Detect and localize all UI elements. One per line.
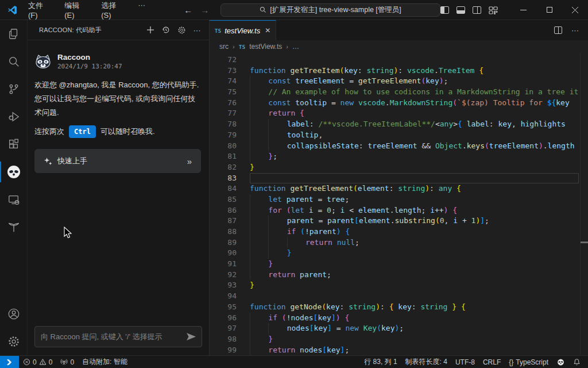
sidebar-title: RACCOON: 代码助手 (39, 26, 102, 34)
line-number[interactable]: 73 (210, 66, 237, 76)
notifications-bell-icon[interactable] (569, 358, 585, 366)
line-number[interactable]: 76 (210, 98, 237, 109)
ctrl-key-badge: Ctrl (69, 125, 96, 138)
line-number[interactable]: 92 (210, 270, 237, 281)
line-number[interactable]: 87 (210, 216, 237, 227)
raccoon-status-icon[interactable] (552, 358, 569, 366)
code-line: 92 return parent; (210, 270, 588, 281)
tab-testview[interactable]: TS testView.ts ✕ (210, 20, 276, 40)
breadcrumb-more[interactable]: … (292, 43, 299, 51)
line-number[interactable]: 82 (210, 162, 237, 173)
remote-indicator[interactable] (0, 356, 19, 368)
line-number[interactable]: 72 (210, 55, 237, 66)
language-mode[interactable]: {} TypeScript (505, 358, 552, 366)
eol-setting[interactable]: CRLF (479, 358, 505, 366)
problems-indicator[interactable]: 0 0 (19, 356, 56, 368)
more-actions-icon[interactable]: ··· (191, 24, 203, 36)
line-number[interactable]: 95 (210, 302, 237, 313)
toggle-secondary-sidebar-icon[interactable] (473, 6, 481, 14)
line-number[interactable]: 85 (210, 194, 237, 205)
extensions-icon[interactable] (0, 131, 28, 158)
vscode-logo-icon (7, 5, 17, 15)
new-chat-icon[interactable] (144, 24, 157, 36)
overview-ruler-mark (581, 241, 588, 243)
line-number[interactable]: 98 (210, 334, 237, 345)
line-number[interactable]: 79 (210, 130, 237, 141)
line-number[interactable]: 81 (210, 151, 237, 162)
auto-attach-indicator[interactable]: 自动附加: 智能 (78, 356, 131, 368)
line-number[interactable]: 77 (210, 108, 237, 119)
close-button[interactable] (562, 0, 588, 20)
editor-group: TS testView.ts ✕ ··· src › TS testView.t… (210, 20, 588, 355)
tab-label: testView.ts (225, 26, 260, 35)
explorer-icon[interactable] (0, 20, 28, 48)
customize-layout-icon[interactable] (489, 6, 498, 14)
send-icon[interactable] (187, 333, 196, 340)
tab-close-icon[interactable]: ✕ (265, 26, 270, 34)
line-number[interactable]: 89 (210, 237, 237, 248)
line-number[interactable]: 97 (210, 323, 237, 334)
nav-forward-icon[interactable]: → (200, 5, 209, 15)
toggle-sidebar-icon[interactable] (440, 6, 449, 14)
line-number[interactable]: 90 (210, 248, 237, 259)
remote-explorer-icon[interactable] (0, 186, 28, 213)
code-line: 76 const tooltip = new vscode.MarkdownSt… (210, 98, 588, 109)
settings-gear-icon[interactable] (0, 328, 28, 355)
chat-input[interactable] (41, 332, 187, 341)
line-number[interactable]: 91 (210, 259, 237, 270)
indentation-setting[interactable]: 制表符长度: 4 (401, 357, 451, 367)
raccoon-sidebar: RACCOON: 代码助手 ··· Raccoon (28, 20, 210, 355)
editor-more-actions-icon[interactable]: ··· (571, 26, 579, 34)
command-center-search[interactable]: [扩展开发宿主] tree-view-sample [管理员] (220, 3, 440, 17)
nav-back-icon[interactable]: ← (184, 5, 192, 15)
gear-icon[interactable] (175, 24, 188, 36)
source-control-icon[interactable] (0, 75, 28, 103)
breadcrumb-file[interactable]: testView.ts (249, 43, 282, 51)
line-number[interactable]: 93 (210, 280, 237, 291)
status-bar: 0 0 0 自动附加: 智能 行 83, 列 1 制表符长度: 4 UTF-8 … (0, 355, 588, 368)
line-number[interactable]: 88 (210, 227, 237, 237)
accounts-icon[interactable] (0, 300, 28, 328)
menu-selection[interactable]: 选择(S) (96, 0, 130, 21)
line-number[interactable]: 74 (210, 76, 237, 87)
tab-bar: TS testView.ts ✕ ··· (210, 20, 588, 40)
menu-edit[interactable]: 编辑(E) (59, 0, 94, 21)
cursor-position[interactable]: 行 83, 列 1 (360, 357, 401, 367)
line-number[interactable]: 83 (210, 173, 237, 184)
editor-scrollbar[interactable] (580, 53, 588, 355)
line-number[interactable]: 99 (210, 345, 237, 355)
warning-count: 0 (49, 358, 53, 366)
menu-bar: 文件(F) 编辑(E) 选择(S) ··· (23, 0, 150, 21)
quick-start-label: 快速上手 (57, 156, 87, 166)
code-line: 96 if (!nodes[key]) { (210, 313, 588, 324)
ports-indicator[interactable]: 0 (56, 356, 78, 368)
line-number[interactable]: 84 (210, 183, 237, 194)
breadcrumb-folder[interactable]: src (219, 43, 229, 51)
code-line: 79 tooltip, (210, 130, 588, 141)
line-number[interactable]: 78 (210, 119, 237, 130)
history-icon[interactable] (160, 24, 172, 36)
line-number[interactable]: 75 (210, 87, 237, 98)
minimize-button[interactable] (510, 0, 536, 20)
typescript-file-icon: TS (239, 44, 245, 50)
code-line: 82} (210, 162, 588, 173)
quick-start-button[interactable]: 快速上手 » (34, 149, 201, 173)
breadcrumb[interactable]: src › TS testView.ts › … (210, 40, 588, 53)
encoding-setting[interactable]: UTF-8 (451, 358, 479, 366)
search-view-icon[interactable] (0, 48, 28, 75)
line-number[interactable]: 80 (210, 141, 237, 152)
line-number[interactable]: 94 (210, 291, 237, 302)
custom-extension-icon[interactable] (0, 213, 28, 241)
split-editor-icon[interactable] (554, 26, 562, 34)
maximize-button[interactable] (536, 0, 562, 20)
line-number[interactable]: 96 (210, 313, 237, 324)
code-line: 77 return { (210, 108, 588, 119)
run-debug-icon[interactable] (0, 103, 28, 131)
menu-more[interactable]: ··· (133, 0, 150, 21)
code-editor[interactable]: 7273function getTreeItem(key: string): v… (210, 53, 588, 355)
menu-file[interactable]: 文件(F) (23, 0, 57, 21)
code-line: 91 } (210, 259, 588, 270)
toggle-panel-icon[interactable] (457, 6, 465, 14)
line-number[interactable]: 86 (210, 205, 237, 216)
raccoon-view-icon[interactable] (0, 158, 28, 186)
